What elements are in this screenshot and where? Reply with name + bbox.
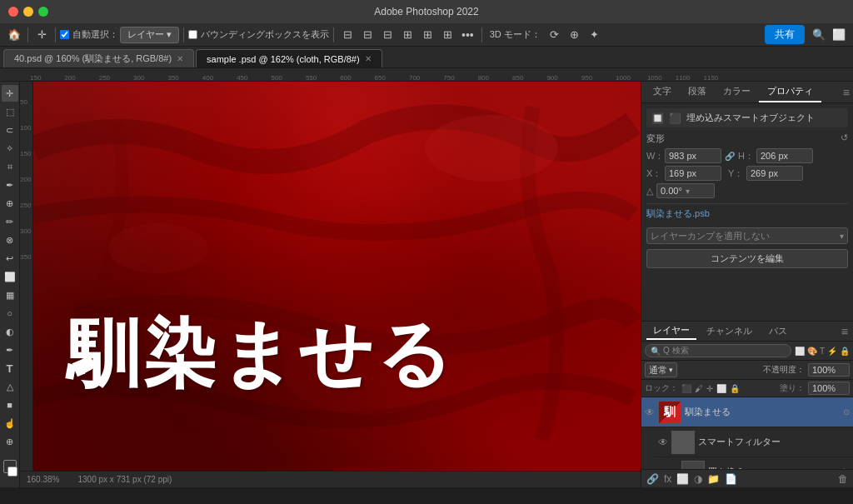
blur-tool[interactable]: ○: [2, 305, 18, 322]
auto-select-checkbox[interactable]: [60, 30, 69, 39]
tab-character[interactable]: 文字: [645, 82, 680, 102]
lock-image-icon[interactable]: 🖌: [695, 384, 703, 393]
lock-transparent-icon[interactable]: ⬛: [681, 384, 691, 393]
reset-transform-icon[interactable]: ↺: [841, 132, 848, 145]
angle-field[interactable]: 0.00° ▾: [656, 183, 715, 198]
maximize-button[interactable]: [38, 7, 48, 17]
layer-item-smartfilter[interactable]: 👁 スマートフィルター: [655, 427, 853, 457]
layers-list: 👁 馴 馴染ませる ⊙ 👁 スマートフィルター: [641, 397, 853, 469]
more-tools[interactable]: •••: [458, 28, 477, 42]
tab-properties[interactable]: プロパティ: [759, 82, 821, 102]
align-top-icon[interactable]: ⊞: [398, 26, 417, 44]
layers-more-icon[interactable]: ≡: [841, 325, 848, 338]
canvas-area[interactable]: 50 100 150 200 250 300 350: [20, 82, 641, 487]
visibility-icon-0[interactable]: 👁: [645, 407, 656, 418]
align-right-icon[interactable]: ⊟: [378, 26, 397, 44]
layer-item-nazjimmaseru-smart[interactable]: 👁 馴 馴染ませる ⊙: [641, 397, 853, 427]
hand-tool[interactable]: ☝: [2, 415, 18, 432]
layer-name-0: 馴染ませる: [685, 406, 843, 418]
layer-options-0[interactable]: ⊙: [843, 407, 850, 417]
pen-tool[interactable]: ✒: [2, 342, 18, 358]
filter-icon2[interactable]: 🎨: [807, 347, 817, 356]
layers-tabs: レイヤー チャンネル パス ≡: [641, 322, 853, 342]
add-mask-icon[interactable]: ⬜: [676, 473, 689, 485]
layer-item-okikae[interactable]: 👁 置き換え 矢: [665, 457, 853, 469]
add-style-icon[interactable]: fx: [664, 473, 671, 485]
tab-40psd[interactable]: 40.psd @ 160% (馴染ませる, RGB/8#) ✕: [3, 49, 194, 67]
tab-channels[interactable]: チャンネル: [700, 323, 759, 339]
background-color[interactable]: [7, 467, 17, 477]
sep1: [27, 27, 28, 42]
tab-layers[interactable]: レイヤー: [646, 322, 696, 340]
close-button[interactable]: [8, 7, 18, 17]
height-field[interactable]: 206 px: [756, 148, 813, 163]
minimize-button[interactable]: [23, 7, 33, 17]
tab2-close[interactable]: ✕: [365, 54, 372, 63]
visibility-icon-1[interactable]: 👁: [658, 437, 670, 448]
width-field[interactable]: 983 px: [665, 148, 721, 163]
share-button[interactable]: 共有: [765, 25, 805, 44]
filter-icon3[interactable]: T: [820, 347, 825, 356]
move-tool[interactable]: ✛: [2, 85, 18, 102]
search-icon[interactable]: 🔍: [810, 26, 828, 44]
lock-artboard-icon[interactable]: ⬜: [716, 384, 726, 393]
panel-more-icon[interactable]: ≡: [843, 86, 850, 99]
link-layers-icon[interactable]: 🔗: [646, 473, 659, 485]
move3d-icon[interactable]: ✦: [586, 26, 604, 44]
y-field[interactable]: 269 px: [746, 166, 803, 181]
rotate3d-icon[interactable]: ⟳: [546, 26, 564, 44]
path-tool[interactable]: △: [2, 378, 18, 395]
history-tool[interactable]: ↩: [2, 250, 18, 267]
workspaces-icon[interactable]: ⬜: [830, 26, 848, 44]
healing-tool[interactable]: ⊕: [2, 195, 18, 212]
opacity-field[interactable]: 100%: [808, 363, 850, 377]
adjustment-layer-icon[interactable]: ◑: [694, 473, 702, 485]
layer-comp-select[interactable]: レイヤーカンプを適用しない ▾: [646, 227, 848, 244]
edit-content-button[interactable]: コンテンツを編集: [646, 249, 848, 268]
filter-icon5[interactable]: 🔒: [840, 347, 850, 356]
dodge-tool[interactable]: ◐: [2, 323, 18, 340]
lock-position-icon[interactable]: ✛: [706, 384, 713, 393]
zoom-tool[interactable]: ⊕: [2, 433, 18, 450]
brush-tool[interactable]: ✏: [2, 213, 18, 230]
gradient-tool[interactable]: ▦: [2, 287, 18, 303]
canvas-content: 馴染ませる: [33, 82, 641, 471]
tab-paragraph[interactable]: 段落: [680, 82, 715, 102]
delete-layer-icon[interactable]: 🗑: [838, 473, 848, 485]
layer-search[interactable]: 🔍 Q 検索: [645, 344, 791, 357]
bounding-box-check[interactable]: バウンディングボックスを表示: [188, 28, 329, 41]
layer-select-btn[interactable]: レイヤー ▾: [120, 27, 179, 43]
type-tool[interactable]: T: [2, 360, 18, 377]
clone-tool[interactable]: ⊗: [2, 232, 18, 248]
app-title: Adobe Photoshop 2022: [374, 6, 478, 17]
crop-tool[interactable]: ⌗: [2, 158, 18, 175]
new-layer-icon[interactable]: 📄: [725, 473, 737, 485]
tab-sample[interactable]: sample .psd @ 162% (cloth, RGB/8#) ✕: [196, 49, 382, 67]
tab-color[interactable]: カラー: [715, 82, 759, 102]
align-center-v-icon[interactable]: ⊞: [418, 26, 436, 44]
align-left-icon[interactable]: ⊟: [338, 26, 357, 44]
bounding-box-checkbox[interactable]: [188, 30, 197, 39]
eraser-tool[interactable]: ⬜: [2, 268, 18, 285]
shape-tool[interactable]: ■: [2, 397, 18, 413]
blend-mode-select[interactable]: 通常 ▾: [645, 362, 677, 377]
x-field[interactable]: 169 px: [665, 166, 721, 181]
select-tool[interactable]: ⬚: [2, 103, 18, 120]
align-bottom-icon[interactable]: ⊞: [438, 26, 456, 44]
filter-icon1[interactable]: ⬜: [795, 347, 805, 356]
move-tool-icon[interactable]: ✛: [32, 26, 51, 44]
auto-select-check[interactable]: 自動選択：: [60, 28, 118, 41]
new-group-icon[interactable]: 📁: [707, 473, 720, 485]
tab1-close[interactable]: ✕: [177, 54, 183, 63]
fill-field[interactable]: 100%: [808, 382, 850, 395]
filter-icon4[interactable]: ⚡: [827, 347, 837, 356]
home-icon[interactable]: 🏠: [5, 26, 23, 44]
magic-wand-tool[interactable]: ✧: [2, 140, 18, 157]
view3d-icon[interactable]: ⊕: [566, 26, 584, 44]
align-center-h-icon[interactable]: ⊟: [358, 26, 377, 44]
lock-all-icon[interactable]: 🔒: [730, 384, 740, 393]
psb-filename: 馴染ませる.psb: [646, 207, 710, 220]
lasso-tool[interactable]: ⊂: [2, 122, 18, 138]
eyedropper-tool[interactable]: ✒: [2, 177, 18, 193]
tab-paths[interactable]: パス: [762, 323, 794, 339]
